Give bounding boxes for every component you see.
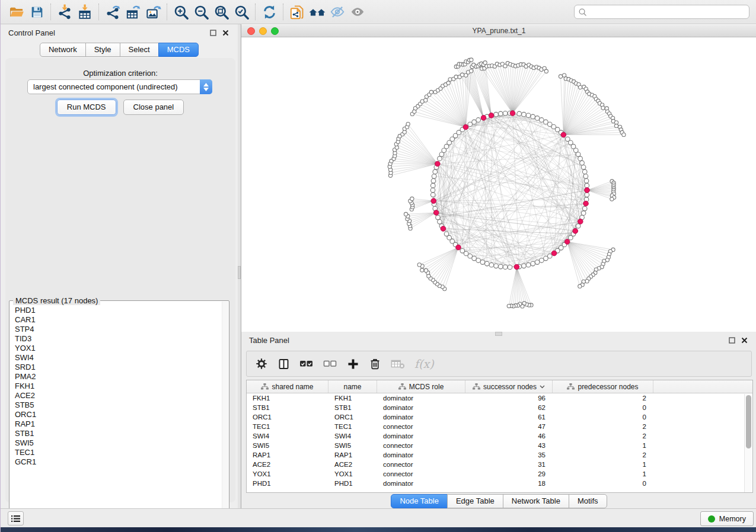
table-row[interactable]: FKH1FKH1dominator962	[247, 393, 752, 403]
mcds-result-item[interactable]: PMA2	[10, 372, 222, 382]
tab-network[interactable]: Network	[40, 43, 86, 57]
open-session-icon[interactable]	[7, 2, 27, 21]
add-column-icon[interactable]	[347, 358, 359, 370]
table-cell[interactable]: FKH1	[247, 393, 328, 403]
mcds-result-item[interactable]: FKH1	[10, 382, 222, 391]
zoom-in-icon[interactable]	[171, 2, 191, 21]
mcds-result-item[interactable]: STB1	[10, 429, 222, 438]
search-input[interactable]	[589, 8, 745, 16]
table-cell[interactable]	[653, 422, 752, 431]
tab-style[interactable]: Style	[85, 43, 120, 57]
column-settings-gear-icon[interactable]	[255, 357, 268, 370]
select-all-checkboxes-icon[interactable]	[299, 358, 314, 369]
table-cell[interactable]: 29	[465, 469, 553, 479]
first-neighbors-icon[interactable]	[307, 2, 327, 21]
table-cell[interactable]: STB1	[247, 403, 328, 412]
table-cell[interactable]: SWI5	[328, 441, 377, 450]
table-cell[interactable]: connector	[377, 441, 465, 450]
table-cell[interactable]	[653, 469, 752, 479]
column-header-mcds-role[interactable]: MCDS role	[377, 380, 465, 393]
mcds-result-item[interactable]: YOX1	[10, 344, 222, 353]
tab-node-table[interactable]: Node Table	[391, 494, 448, 508]
table-row[interactable]: YOX1YOX1connector291	[247, 469, 752, 479]
scrollbar-thumb[interactable]	[746, 395, 751, 448]
table-cell[interactable]: STB1	[328, 403, 377, 412]
table-row[interactable]: RAP1RAP1dominator352	[247, 450, 752, 460]
mcds-result-item[interactable]: GCR1	[10, 457, 222, 467]
close-panel-icon[interactable]	[741, 336, 748, 344]
table-cell[interactable]: YOX1	[247, 469, 328, 479]
table-cell[interactable]: 1	[553, 441, 653, 450]
table-cell[interactable]: ACE2	[247, 460, 328, 469]
table-cell[interactable]: dominator	[377, 403, 465, 412]
table-cell[interactable]: 96	[465, 393, 553, 403]
table-row[interactable]: ACE2ACE2connector311	[247, 460, 752, 469]
export-image-icon[interactable]	[143, 2, 163, 21]
table-cell[interactable]: 1	[553, 460, 653, 469]
import-network-icon[interactable]	[55, 2, 75, 21]
mcds-result-item[interactable]: RAP1	[10, 419, 222, 429]
table-cell[interactable]: dominator	[377, 412, 465, 422]
column-header-name[interactable]: name	[328, 380, 377, 393]
table-cell[interactable]: TEC1	[328, 422, 377, 431]
table-row[interactable]: ORC1ORC1dominator610	[247, 412, 752, 422]
node-table-body[interactable]: FKH1FKH1dominator962STB1STB1dominator620…	[247, 393, 752, 488]
table-row[interactable]: PHD1PHD1dominator180	[247, 479, 752, 488]
table-cell[interactable]: YOX1	[328, 469, 377, 479]
float-panel-icon[interactable]	[209, 29, 217, 37]
column-header-shared-name[interactable]: shared name	[247, 380, 328, 393]
import-table-icon[interactable]	[75, 2, 95, 21]
tab-select[interactable]: Select	[120, 43, 159, 57]
tab-network-table[interactable]: Network Table	[503, 494, 569, 508]
optimization-criterion-dropdown[interactable]: largest connected component (undirected)	[27, 79, 212, 94]
zoom-fit-icon[interactable]	[211, 2, 231, 21]
mcds-result-item[interactable]: SWI5	[10, 438, 222, 448]
table-cell[interactable]	[653, 460, 752, 469]
table-cell[interactable]: 35	[465, 450, 553, 460]
table-row[interactable]: STB1STB1dominator620	[247, 403, 752, 412]
table-cell[interactable]	[653, 450, 752, 460]
table-row[interactable]: SWI5SWI5connector431	[247, 441, 752, 450]
table-cell[interactable]: dominator	[377, 450, 465, 460]
search-box[interactable]	[574, 5, 749, 19]
table-cell[interactable]	[653, 403, 752, 412]
mcds-result-item[interactable]: ORC1	[10, 410, 222, 419]
table-cell[interactable]: 62	[465, 403, 553, 412]
table-cell[interactable]: FKH1	[328, 393, 377, 403]
table-cell[interactable]: RAP1	[247, 450, 328, 460]
table-cell[interactable]: SWI5	[247, 441, 328, 450]
table-cell[interactable]: 18	[465, 479, 553, 488]
table-cell[interactable]: 47	[465, 422, 553, 431]
float-panel-icon[interactable]	[728, 336, 736, 344]
table-row[interactable]: TEC1TEC1connector472	[247, 422, 752, 431]
network-canvas[interactable]	[242, 37, 756, 332]
table-cell[interactable]: 2	[553, 450, 653, 460]
mcds-result-item[interactable]: STP4	[10, 325, 222, 334]
table-cell[interactable]: connector	[377, 422, 465, 431]
table-cell[interactable]: connector	[377, 460, 465, 469]
delete-columns-trash-icon[interactable]	[369, 357, 381, 370]
table-cell[interactable]: SWI4	[328, 431, 377, 441]
close-panel-button[interactable]: Close panel	[123, 100, 184, 115]
tab-motifs[interactable]: Motifs	[569, 494, 607, 508]
mcds-result-item[interactable]: TID3	[10, 334, 222, 344]
table-cell[interactable]	[653, 479, 752, 488]
mcds-result-item[interactable]: ACE2	[10, 391, 222, 400]
table-cell[interactable]: 0	[553, 412, 653, 422]
table-vertical-scrollbar[interactable]	[744, 394, 752, 492]
table-row[interactable]: SWI4SWI4dominator462	[247, 431, 752, 441]
tab-mcds[interactable]: MCDS	[158, 43, 199, 57]
table-cell[interactable]: 43	[465, 441, 553, 450]
tab-edge-table[interactable]: Edge Table	[447, 494, 503, 508]
zoom-selected-icon[interactable]	[231, 2, 251, 21]
table-cell[interactable]: dominator	[377, 431, 465, 441]
table-cell[interactable]: PHD1	[328, 479, 377, 488]
run-mcds-button[interactable]: Run MCDS	[57, 100, 116, 115]
network-graph[interactable]	[242, 37, 756, 332]
table-cell[interactable]: 2	[553, 393, 653, 403]
table-cell[interactable]: 31	[465, 460, 553, 469]
table-cell[interactable]: PHD1	[247, 479, 328, 488]
table-cell[interactable]	[653, 441, 752, 450]
horizontal-splitter-grip[interactable]	[495, 332, 502, 336]
mcds-result-item[interactable]: PHD1	[10, 306, 222, 315]
